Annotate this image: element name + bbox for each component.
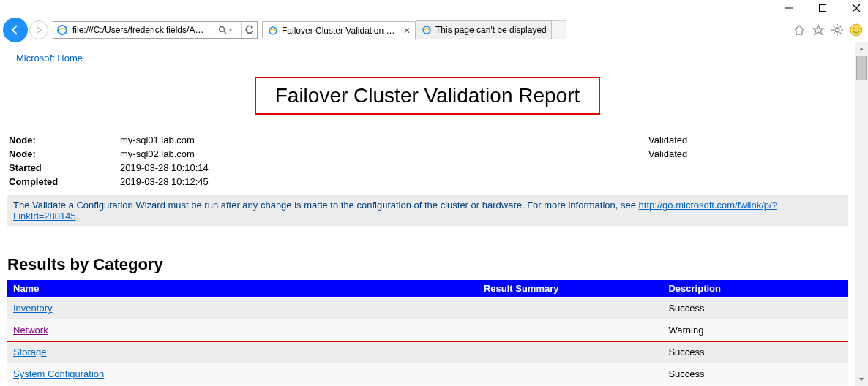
svg-point-9 — [835, 28, 839, 32]
meta-row: Node:my-sql02.lab.comValidated — [9, 148, 846, 160]
svg-line-14 — [834, 26, 835, 27]
minimize-button[interactable] — [779, 0, 799, 16]
meta-value: 2019-03-28 10:12:45 — [120, 175, 647, 188]
svg-line-6 — [224, 31, 226, 34]
table-row: StorageSuccess — [7, 341, 848, 363]
notice-text: The Validate a Configuration Wizard must… — [13, 200, 639, 211]
meta-label: Started — [9, 162, 119, 174]
browser-toolbar: Failover Cluster Validation R... ✕ This … — [0, 18, 868, 42]
col-name: Name — [7, 280, 478, 298]
maximize-button[interactable] — [812, 0, 833, 16]
address-bar — [53, 21, 258, 39]
scroll-thumb[interactable] — [856, 56, 867, 80]
tab-title: This page can't be displayed — [435, 25, 547, 35]
svg-point-20 — [858, 27, 859, 29]
favorites-icon[interactable] — [811, 23, 826, 37]
col-desc: Description — [662, 280, 848, 298]
meta-row: Completed2019-03-28 10:12:45 — [9, 175, 846, 188]
tab-active[interactable]: Failover Cluster Validation R... ✕ — [262, 21, 416, 40]
category-link[interactable]: Storage — [13, 347, 47, 357]
meta-label: Completed — [9, 175, 119, 188]
meta-row: Started2019-03-28 10:10:14 — [9, 162, 846, 174]
table-row: NetworkWarning — [7, 319, 848, 341]
svg-line-16 — [834, 32, 835, 34]
address-input[interactable] — [71, 23, 209, 37]
vertical-scrollbar[interactable] — [855, 42, 868, 386]
search-button[interactable] — [209, 22, 241, 38]
svg-point-5 — [219, 26, 224, 31]
ie-icon — [421, 24, 433, 36]
tab-inactive[interactable]: This page can't be displayed — [416, 20, 552, 39]
page-content: Microsoft Home Failover Cluster Validati… — [0, 42, 855, 386]
meta-label: Node: — [9, 134, 119, 146]
result-summary-cell — [478, 363, 663, 385]
report-title: Failover Cluster Validation Report — [275, 84, 580, 107]
notice-suffix: . — [76, 211, 79, 222]
close-button[interactable] — [846, 0, 867, 16]
meta-label: Node: — [9, 148, 119, 160]
result-desc-cell: Success — [662, 363, 848, 385]
result-summary-cell — [478, 341, 663, 363]
result-desc-cell: Success — [662, 341, 848, 363]
tab-title: Failover Cluster Validation R... — [282, 26, 399, 36]
tab-strip: Failover Cluster Validation R... ✕ This … — [262, 20, 566, 39]
nav-back-button[interactable] — [3, 18, 28, 42]
category-link[interactable]: Network — [13, 325, 48, 336]
meta-status — [648, 162, 846, 174]
result-summary-cell — [478, 319, 663, 341]
result-name-cell: System Configuration — [7, 363, 478, 385]
result-desc-cell: Success — [662, 298, 848, 319]
ie-window: Failover Cluster Validation R... ✕ This … — [0, 0, 868, 386]
ie-icon — [267, 25, 279, 37]
report-title-box: Failover Cluster Validation Report — [255, 77, 601, 115]
toolbar-right — [792, 23, 868, 37]
scroll-down-button[interactable] — [855, 373, 868, 386]
refresh-button[interactable] — [241, 22, 257, 38]
svg-rect-1 — [820, 5, 826, 12]
table-row: System ConfigurationSuccess — [7, 363, 848, 385]
meta-value: my-sql02.lab.com — [120, 148, 647, 160]
results-table: Name Result Summary Description Inventor… — [7, 280, 848, 385]
meta-status — [648, 175, 846, 188]
result-name-cell: Network — [7, 319, 478, 341]
svg-line-17 — [840, 26, 842, 27]
tab-close-icon[interactable]: ✕ — [403, 26, 411, 36]
notice-banner: The Validate a Configuration Wizard must… — [7, 195, 848, 226]
results-heading: Results by Category — [7, 255, 848, 274]
svg-point-19 — [853, 27, 855, 29]
svg-line-15 — [840, 32, 842, 34]
svg-point-18 — [850, 24, 862, 36]
home-icon[interactable] — [792, 23, 807, 37]
content-area: Microsoft Home Failover Cluster Validati… — [0, 42, 868, 386]
table-row: InventorySuccess — [7, 298, 848, 319]
meta-status: Validated — [648, 148, 846, 160]
nav-forward-button[interactable] — [29, 20, 48, 39]
scroll-up-button[interactable] — [855, 42, 868, 56]
window-titlebar — [0, 0, 868, 18]
meta-value: my-sql01.lab.com — [120, 134, 647, 146]
new-tab-button[interactable] — [552, 20, 566, 39]
result-name-cell: Inventory — [7, 298, 478, 319]
meta-value: 2019-03-28 10:10:14 — [120, 162, 647, 174]
result-name-cell: Storage — [7, 341, 478, 363]
result-summary-cell — [478, 298, 663, 319]
ie-icon — [55, 23, 70, 37]
microsoft-home-link[interactable]: Microsoft Home — [16, 53, 83, 64]
tools-icon[interactable] — [830, 23, 845, 37]
category-link[interactable]: Inventory — [13, 303, 52, 314]
meta-status: Validated — [648, 134, 846, 146]
meta-row: Node:my-sql01.lab.comValidated — [9, 134, 846, 146]
meta-table: Node:my-sql01.lab.comValidatedNode:my-sq… — [7, 132, 848, 189]
smiley-icon[interactable] — [849, 23, 864, 37]
category-link[interactable]: System Configuration — [13, 368, 104, 379]
result-desc-cell: Warning — [662, 319, 848, 341]
col-summary: Result Summary — [478, 280, 663, 298]
